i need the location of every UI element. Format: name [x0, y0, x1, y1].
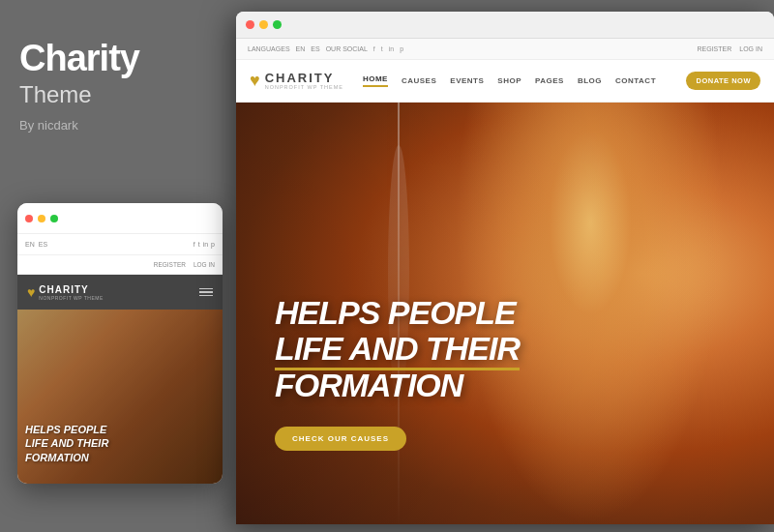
nav-item-pages[interactable]: PAGES	[535, 76, 564, 85]
mobile-register-bar: REGISTER LOG IN	[17, 255, 223, 275]
hero-title: HELPS PEOPLE LIFE AND THEIR FORMATION	[275, 295, 580, 403]
nav-item-contact[interactable]: CONTACT	[615, 76, 656, 85]
site-nav: HOME CAUSES EVENTS SHOP PAGES BLOG CONTA…	[363, 74, 687, 87]
nav-item-events[interactable]: EVENTS	[450, 76, 484, 85]
mobile-dot-red	[25, 215, 33, 222]
nav-item-blog[interactable]: BLOG	[578, 76, 602, 85]
mobile-logo-icon: ♥	[27, 284, 35, 300]
browser-dot-green	[273, 20, 282, 29]
linkedin-icon[interactable]: in	[389, 45, 394, 52]
site-logo-area: ♥ CHARITY NONPROFIT WP THEME	[250, 71, 343, 91]
mobile-register-text: REGISTER	[154, 261, 186, 268]
site-topbar: LANGUAGES EN ES OUR SOCIAL f t in p REGI…	[236, 39, 774, 60]
languages-label: LANGUAGES	[248, 45, 290, 52]
register-link[interactable]: REGISTER	[697, 45, 731, 52]
mobile-lang: EN ES	[25, 241, 47, 248]
site-topbar-left: LANGUAGES EN ES OUR SOCIAL f t in p	[248, 45, 403, 52]
nav-item-causes[interactable]: CAUSES	[402, 76, 436, 85]
hero-content: HELPS PEOPLE LIFE AND THEIR FORMATION CH…	[275, 295, 580, 451]
left-panel: Charity Theme By nicdark EN ES f t in p …	[0, 0, 237, 532]
lang-es[interactable]: ES	[311, 45, 319, 52]
browser-window: LANGUAGES EN ES OUR SOCIAL f t in p REGI…	[236, 12, 774, 524]
theme-author: By nicdark	[19, 118, 218, 133]
mobile-dot-green	[50, 215, 58, 222]
site-logo-icon: ♥	[250, 71, 260, 91]
mobile-header: ♥ CHARITY NONPROFIT WP THEME	[17, 275, 223, 310]
facebook-icon[interactable]: f	[373, 45, 375, 52]
mobile-dot-yellow	[38, 215, 45, 222]
our-social-label: OUR SOCIAL	[326, 45, 368, 52]
hero-line2: LIFE AND THEIR	[275, 331, 520, 367]
site-logo-text: CHARITY	[265, 72, 343, 84]
site-logo-subtext: NONPROFIT WP THEME	[265, 84, 343, 90]
pinterest-icon[interactable]: p	[400, 45, 403, 52]
site-topbar-right: REGISTER LOG IN	[697, 45, 762, 52]
mobile-logo-area: ♥ CHARITY NONPROFIT WP THEME	[27, 284, 104, 301]
site-navbar: ♥ CHARITY NONPROFIT WP THEME HOME CAUSES…	[236, 60, 774, 103]
hero-line3: FORMATION	[275, 368, 580, 403]
theme-subtitle: Theme	[19, 81, 218, 108]
mobile-hero-text: HELPS PEOPLE LIFE AND THEIR FORMATION	[25, 423, 215, 464]
site-hero: HELPS PEOPLE LIFE AND THEIR FORMATION CH…	[236, 103, 774, 524]
hero-line1: HELPS PEOPLE	[275, 295, 580, 331]
hero-cta-button[interactable]: CHECK OUR CAUSES	[275, 427, 406, 451]
mobile-hero: HELPS PEOPLE LIFE AND THEIR FORMATION	[17, 310, 223, 484]
login-link[interactable]: LOG IN	[739, 45, 762, 52]
nav-item-home[interactable]: HOME	[363, 74, 388, 87]
mobile-social-bar: EN ES f t in p	[17, 234, 223, 255]
mobile-top-bar	[17, 203, 223, 234]
browser-dot-yellow	[259, 20, 268, 29]
donate-button[interactable]: DONATE NOW	[686, 72, 760, 90]
mobile-preview-card: EN ES f t in p REGISTER LOG IN ♥ CHARITY…	[17, 203, 223, 484]
browser-chrome	[236, 12, 774, 39]
mobile-logo-text: CHARITY	[39, 284, 104, 295]
twitter-icon[interactable]: t	[381, 45, 383, 52]
browser-dot-red	[246, 20, 254, 29]
theme-title: Charity	[19, 39, 218, 79]
hamburger-icon[interactable]	[199, 288, 213, 297]
mobile-login-text: LOG IN	[194, 261, 215, 268]
mobile-hero-headline: HELPS PEOPLE LIFE AND THEIR FORMATION	[25, 423, 215, 464]
lang-en[interactable]: EN	[296, 45, 306, 52]
site-logo-text-wrap: CHARITY NONPROFIT WP THEME	[265, 72, 343, 90]
nav-item-shop[interactable]: SHOP	[497, 76, 521, 85]
mobile-social-icons: f t in p	[194, 241, 215, 248]
mobile-logo-subtext: NONPROFIT WP THEME	[39, 295, 104, 301]
